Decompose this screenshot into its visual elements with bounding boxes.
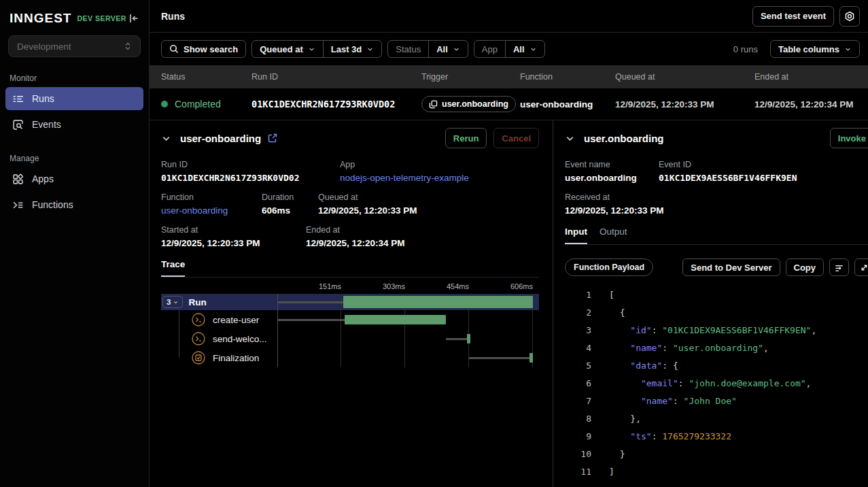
expand-button[interactable] (854, 258, 868, 276)
line-number: 9 (565, 431, 591, 441)
function-label: Function (161, 192, 262, 202)
trigger-badge[interactable]: user.onboarding (421, 96, 516, 112)
duration-label: Duration (262, 192, 318, 202)
code-text: "data": { (609, 360, 678, 371)
time-filter-group: Queued at Last 3d (251, 40, 382, 58)
send-to-dev-server-button[interactable]: Send to Dev Server (682, 258, 780, 276)
code-line: 2 { (565, 303, 868, 321)
received-at-value: 12/9/2025, 12:20:33 PM (565, 205, 664, 216)
column-header-ended-at: Ended at (754, 72, 868, 82)
code-text: "id": "01KC1DEX9AESS6BF1V46FFK9EN", (609, 325, 816, 335)
started-at-label: Started at (161, 225, 306, 235)
status-cell: Completed (161, 99, 251, 110)
trace-step-chart (277, 310, 539, 329)
function-link[interactable]: user-onboarding (161, 205, 262, 216)
event-id-value: 01KC1DEX9AESS6BF1V46FFK9EN (659, 173, 797, 183)
time-range-filter[interactable]: Last 3d (324, 41, 382, 57)
code-line: 1[ (565, 286, 868, 303)
run-id-value: 01KC1DEXCHR2N617Z93RK0VD02 (161, 173, 340, 183)
event-panel-tabs: Input Output (565, 226, 868, 245)
app-link[interactable]: nodejs-open-telemetry-example (340, 173, 469, 183)
trace-step-label: create-user (213, 315, 259, 325)
table-row[interactable]: Completed 01KC1DEXCHR2N617Z93RK0VD02 use… (150, 88, 868, 120)
run-panel-tabs: Trace (161, 259, 539, 278)
sidebar-section-manage: Manage (10, 154, 149, 163)
sidebar-item-label: Events (32, 119, 61, 130)
trace-exec-bar (345, 315, 446, 324)
trace-run-row[interactable]: 3 Run (161, 294, 539, 310)
run-title: user-onboarding (180, 133, 261, 144)
trace-row[interactable]: Finalization (161, 348, 539, 367)
run-row-chart (277, 294, 539, 310)
external-link-icon[interactable] (268, 133, 277, 143)
tab-trace[interactable]: Trace (161, 259, 185, 277)
status-filter[interactable]: All (429, 41, 468, 57)
trace-run-name: 3 Run (161, 294, 277, 310)
finalization-icon (191, 350, 206, 365)
table-columns-button[interactable]: Table columns (770, 40, 860, 58)
invoke-button[interactable]: Invoke (830, 128, 868, 148)
send-test-event-button[interactable]: Send test event (752, 6, 834, 27)
trace-exec-bar (343, 296, 533, 308)
tab-input[interactable]: Input (565, 226, 587, 244)
collapse-sidebar-icon[interactable] (128, 13, 139, 24)
run-id-label: Run ID (161, 160, 340, 169)
duration-value: 606ms (262, 205, 318, 216)
line-number: 6 (565, 378, 591, 388)
column-header-queued-at: Queued at (615, 72, 754, 82)
code-text: ] (609, 467, 614, 477)
trace-step-name: Finalization (161, 348, 277, 367)
sidebar-item-label: Runs (32, 93, 54, 104)
column-header-run-id: Run ID (251, 72, 421, 82)
code-block[interactable]: 1[2 {3 "id": "01KC1DEX9AESS6BF1V46FFK9EN… (565, 286, 868, 487)
show-search-button[interactable]: Show search (161, 40, 246, 58)
trace-row[interactable]: send-welco... (161, 329, 539, 348)
line-number: 5 (565, 360, 591, 371)
wrap-text-button[interactable] (829, 258, 849, 276)
copy-button[interactable]: Copy (786, 258, 824, 276)
page-title: Runs (161, 11, 185, 22)
code-line: 5 "data": { (565, 356, 868, 374)
sidebar-item-events[interactable]: Events (5, 113, 143, 136)
code-line: 9 "ts": 1765279233322 (565, 427, 868, 445)
code-toolbar: Function Payload Send to Dev Server Copy (565, 258, 868, 276)
code-text: } (609, 449, 625, 459)
ended-at-cell: 12/9/2025, 12:20:34 PM (754, 99, 868, 110)
table-columns-label: Table columns (778, 44, 839, 54)
expand-count-badge[interactable]: 3 (162, 296, 183, 308)
axis-tick: 303ms (383, 282, 405, 290)
chevron-down-icon[interactable] (565, 133, 575, 144)
trace-step-name: send-welco... (161, 329, 277, 348)
sidebar-item-apps[interactable]: Apps (5, 167, 143, 190)
line-number: 1 (565, 290, 591, 300)
status-dot (161, 101, 168, 107)
app-filter[interactable]: All (506, 41, 544, 57)
tab-output[interactable]: Output (600, 226, 627, 244)
time-range-label: Last 3d (331, 44, 362, 54)
event-id-label: Event ID (659, 160, 797, 169)
trace-rows: create-usersend-welco...Finalization (161, 310, 539, 367)
trace-exec-bar (467, 334, 470, 343)
cancel-button[interactable]: Cancel (493, 128, 539, 148)
status-filter-group: Status All (387, 40, 468, 58)
workspace-select[interactable]: Development (8, 35, 141, 57)
run-panel-header: user-onboarding Rerun Cancel (161, 126, 539, 150)
sidebar: INNGEST DEV SERVER Development Monitor R… (0, 0, 150, 487)
app-label: App (340, 160, 469, 169)
runs-icon (12, 93, 24, 105)
payload-type-badge: Function Payload (565, 258, 653, 276)
code-line: 6 "email": "john.doe@example.com", (565, 374, 868, 392)
queued-at-filter[interactable]: Queued at (252, 41, 323, 57)
sidebar-item-functions[interactable]: Functions (5, 193, 143, 216)
trace-step-name: create-user (161, 310, 277, 329)
code-text: [ (609, 290, 614, 300)
code-text: "name": "John Doe" (609, 396, 737, 406)
event-panel-header: user.onboarding Invoke (565, 126, 868, 150)
code-line: 10 } (565, 445, 868, 463)
settings-button[interactable] (839, 6, 860, 27)
axis-tick: 151ms (319, 282, 341, 290)
rerun-button[interactable]: Rerun (445, 128, 487, 148)
sidebar-item-runs[interactable]: Runs (5, 87, 143, 110)
trace-row[interactable]: create-user (161, 310, 539, 329)
chevron-down-icon[interactable] (161, 133, 171, 144)
